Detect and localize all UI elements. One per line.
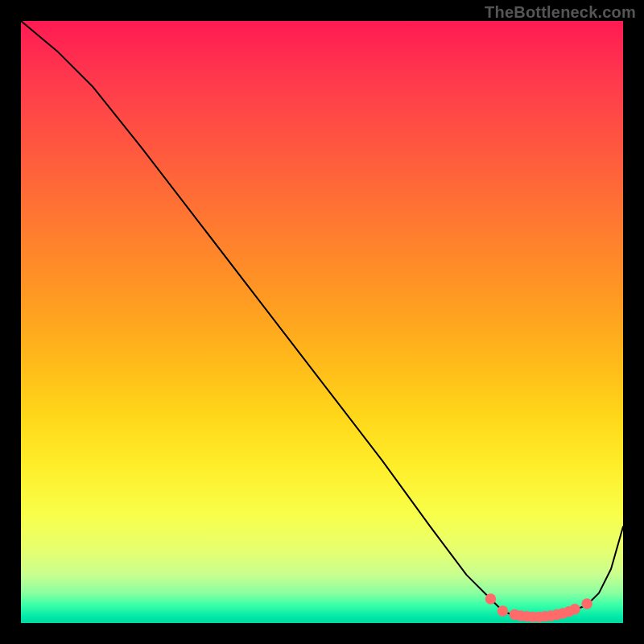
optimal-marker: [497, 605, 508, 616]
bottleneck-curve: [21, 21, 623, 617]
optimal-marker: [569, 604, 580, 614]
watermark-text: TheBottleneck.com: [485, 3, 636, 22]
optimal-range-markers: [485, 593, 592, 622]
plot-area: [21, 21, 623, 623]
optimal-marker: [581, 598, 592, 609]
chart-frame: TheBottleneck.com: [0, 0, 644, 644]
chart-svg: [21, 21, 623, 623]
optimal-marker: [485, 593, 496, 604]
